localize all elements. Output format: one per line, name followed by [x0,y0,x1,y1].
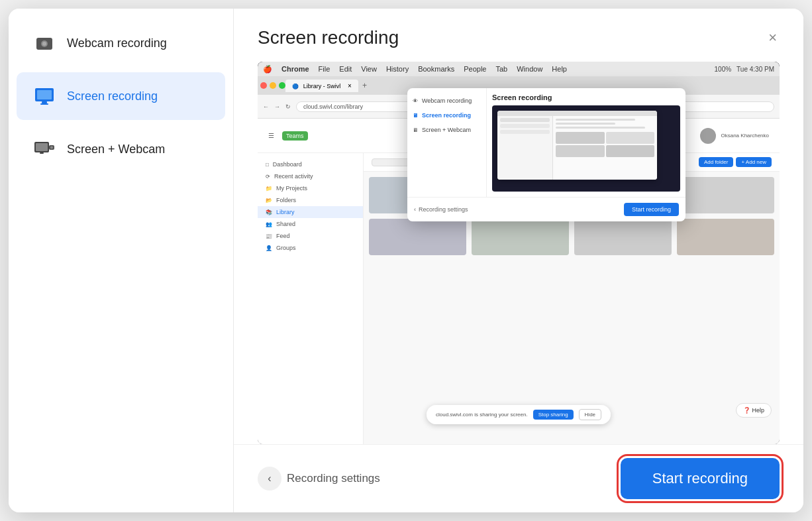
recording-settings-link[interactable]: ‹ Recording settings [258,467,380,491]
nested-preview-bar [497,111,657,116]
add-folder-btn[interactable]: Add folder [699,157,733,167]
modal-footer: ‹ Recording settings Start recording [234,444,803,512]
nested-back-settings[interactable]: ‹ Recording settings [414,206,468,213]
menu-view: View [361,65,377,73]
hide-btn[interactable]: Hide [579,409,601,420]
help-button[interactable]: ❓ Help [736,403,772,418]
nav-recent: ⟳ Recent activity [258,170,363,182]
add-new-btn[interactable]: + Add new [736,157,772,167]
recording-settings-label: Recording settings [287,472,380,485]
menu-window: Window [517,65,542,73]
nested-modal-layout: 👁 Webcam recording 🖥 Screen recording 🖥 [407,88,685,197]
nested-preview [492,105,680,192]
menu-file: File [319,65,330,73]
svg-point-11 [50,146,53,149]
page-title: Screen recording [258,27,399,48]
time-display: Tue 4:30 PM [736,66,774,73]
battery-status: 100% [715,66,732,73]
main-content: Screen recording × 🍎 Chrome File Edit Vi… [234,9,803,512]
nested-preview-left [497,116,553,180]
nav-dashboard: □ Dashboard [258,158,363,170]
sharing-text: cloud.swivl.com is sharing your screen. [436,412,528,418]
webcam-label: Webcam recording [67,36,167,50]
nav-projects: 📁 My Projects [258,182,363,194]
svg-rect-6 [40,103,48,105]
svg-rect-8 [36,143,48,151]
thumb-7 [574,219,672,255]
modal-body: Webcam recording Screen recording [9,9,803,512]
sidebar-item-combo[interactable]: Screen + Webcam [17,125,225,173]
menu-bookmarks: Bookmarks [418,65,454,73]
combo-icon [32,137,56,161]
nested-chevron-icon: ‹ [414,206,416,213]
menu-people: People [464,65,486,73]
maximize-dot [279,82,285,89]
nested-preview-content [497,116,657,180]
mac-menubar: 🍎 Chrome File Edit View History Bookmark… [258,62,780,76]
recording-modal: Webcam recording Screen recording [9,9,803,512]
nested-main: Screen recording [487,88,685,197]
screen-label: Screen recording [67,89,158,103]
webcam-icon [32,31,56,55]
nav-feed: 📰 Feed [258,230,363,242]
nested-sidebar: 👁 Webcam recording 🖥 Screen recording 🖥 [407,88,487,197]
screenshot-preview: 🍎 Chrome File Edit View History Bookmark… [258,62,780,444]
close-button[interactable]: × [766,28,780,48]
menu-history: History [386,65,409,73]
thumb-5 [369,219,466,255]
nested-start-btn[interactable]: Start recording [624,203,679,216]
nested-screen-item[interactable]: 🖥 Screen recording [407,108,486,123]
thumb-6 [472,219,569,255]
sidebar-item-screen[interactable]: Screen recording [17,72,225,120]
teams-badge: Teams [282,131,308,141]
nav-shared: 👥 Shared [258,218,363,230]
nested-modal: 👁 Webcam recording 🖥 Screen recording 🖥 [407,88,685,221]
combo-label: Screen + Webcam [67,143,165,156]
screen-icon [32,84,56,108]
main-header: Screen recording × [234,9,803,62]
start-recording-button[interactable]: Start recording [621,458,780,499]
menu-edit: Edit [339,65,352,73]
nested-title: Screen recording [492,93,680,101]
nested-webcam-item[interactable]: 👁 Webcam recording [407,93,486,108]
menu-tab: Tab [495,65,507,73]
browser-name: Chrome [281,65,309,73]
active-tab: 🔵 Library - Swivl × [285,80,358,92]
menubar-right: 100% Tue 4:30 PM [715,66,774,73]
sidebar-item-webcam[interactable]: Webcam recording [17,19,225,67]
nested-combo-item[interactable]: 🖥 Screen + Webcam [407,123,486,137]
svg-rect-5 [42,101,47,103]
thumb-8 [677,219,774,255]
nav-library: 📚 Library [258,206,363,218]
sharing-bar: cloud.swivl.com is sharing your screen. … [427,405,611,424]
nav-groups: 👤 Groups [258,242,363,254]
close-dot [260,82,267,89]
svg-rect-4 [37,90,52,99]
menu-help: Help [552,65,567,73]
nested-preview-right [553,116,657,180]
app-sidebar: □ Dashboard ⟳ Recent activity 📁 My Proje… [258,153,364,444]
preview-area: 🍎 Chrome File Edit View History Bookmark… [258,62,780,444]
nested-footer: ‹ Recording settings Start recording [407,197,685,221]
thumb-4 [677,177,774,213]
chevron-left-icon: ‹ [258,467,281,491]
nested-preview-inner [497,111,657,180]
stop-sharing-btn[interactable]: Stop sharing [533,410,574,420]
nav-folders: 📂 Folders [258,194,363,206]
window-controls [260,82,285,89]
minimize-dot [270,82,276,89]
svg-point-2 [42,42,46,46]
svg-rect-9 [40,152,44,154]
sidebar: Webcam recording Screen recording [9,9,234,512]
